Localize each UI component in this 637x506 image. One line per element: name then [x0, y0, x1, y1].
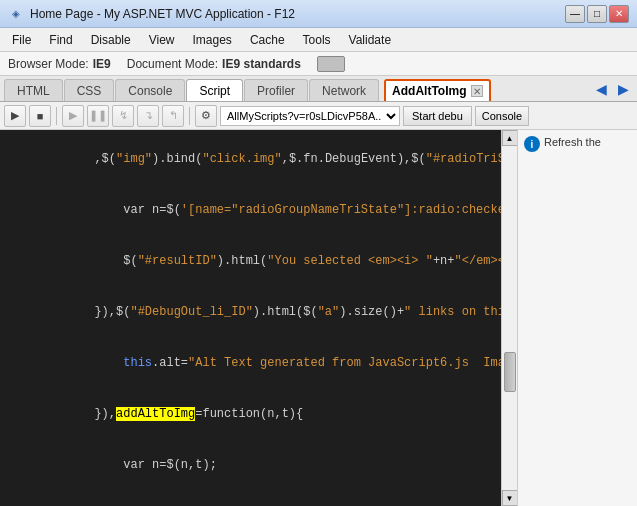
tab-script[interactable]: Script: [186, 79, 243, 101]
step-out-btn[interactable]: ↰: [162, 105, 184, 127]
maximize-button[interactable]: □: [587, 5, 607, 23]
info-panel: i Refresh the: [517, 130, 637, 506]
search-tab-close[interactable]: ✕: [471, 85, 483, 97]
tab-css[interactable]: CSS: [64, 79, 115, 101]
code-line-3: $("#resultID").html("You selected <em><i…: [0, 236, 501, 287]
app-icon: ◈: [8, 6, 24, 22]
window-controls: — □ ✕: [565, 5, 629, 23]
tab-profiler[interactable]: Profiler: [244, 79, 308, 101]
mode-bar: Browser Mode: IE9 Document Mode: IE9 sta…: [0, 52, 637, 76]
code-wrapper: ,$("img").bind("click.img",$.fn.DebugEve…: [0, 130, 517, 506]
start-debug-button[interactable]: Start debu: [403, 106, 472, 126]
tab-console[interactable]: Console: [115, 79, 185, 101]
title-bar: ◈ Home Page - My ASP.NET MVC Application…: [0, 0, 637, 28]
console-button[interactable]: Console: [475, 106, 529, 126]
menu-view[interactable]: View: [141, 31, 183, 49]
scrollbar-thumb[interactable]: [504, 352, 516, 392]
script-selector[interactable]: AllMyScripts?v=r0sLDicvP58A...: [220, 106, 400, 126]
window-title: Home Page - My ASP.NET MVC Application -…: [30, 7, 295, 21]
menu-file[interactable]: File: [4, 31, 39, 49]
code-line-1: ,$("img").bind("click.img",$.fn.DebugEve…: [0, 134, 501, 185]
search-tab-text: AddAltToImg: [392, 84, 466, 98]
info-icon: i: [524, 136, 540, 152]
menu-validate[interactable]: Validate: [341, 31, 399, 49]
tab-html[interactable]: HTML: [4, 79, 63, 101]
code-line-7-text: var n=$(n,t);: [0, 440, 217, 491]
toolbar: ▶ ■ ▶ ❚❚ ↯ ↴ ↰ ⚙ AllMyScripts?v=r0sLDicv…: [0, 102, 637, 130]
separator-2: [189, 107, 190, 125]
code-line-7: var n=$(n,t);: [0, 440, 501, 491]
code-line-2: var n=$('[name="radioGroupNameTriState"]…: [0, 185, 501, 236]
code-line-4-text: }),$("#DebugOut_li_ID").html($("a").size…: [0, 287, 501, 338]
nav-back-icon[interactable]: ◀: [591, 79, 611, 99]
search-tab[interactable]: AddAltToImg ✕: [384, 79, 490, 101]
refresh-text: Refresh the: [544, 136, 601, 148]
code-line-6: }),addAltToImg=function(n,t){: [0, 389, 501, 440]
menu-tools[interactable]: Tools: [295, 31, 339, 49]
vertical-scrollbar[interactable]: ▲ ▼: [501, 130, 517, 506]
menu-disable[interactable]: Disable: [83, 31, 139, 49]
tab-bar: HTML CSS Console Script Profiler Network…: [0, 76, 637, 102]
settings-btn[interactable]: ⚙: [195, 105, 217, 127]
scroll-up-btn[interactable]: ▲: [502, 130, 518, 146]
pointer-tool[interactable]: ▶: [4, 105, 26, 127]
mode-toggle[interactable]: [317, 56, 345, 72]
minimize-button[interactable]: —: [565, 5, 585, 23]
code-line-3-text: $("#resultID").html("You selected <em><i…: [0, 236, 501, 287]
info-row: i Refresh the: [524, 136, 631, 152]
code-line-8: i.attr("alt",i.attr("id").replace(/ID/,"…: [0, 491, 501, 506]
pause-btn[interactable]: ❚❚: [87, 105, 109, 127]
code-line-5-text: this.alt="Alt Text generated from JavaSc…: [0, 338, 501, 389]
code-line-5: this.alt="Alt Text generated from JavaSc…: [0, 338, 501, 389]
step-over-btn[interactable]: ↯: [112, 105, 134, 127]
tab-nav: ◀ ▶: [591, 79, 633, 101]
menu-find[interactable]: Find: [41, 31, 80, 49]
step-into-btn[interactable]: ↴: [137, 105, 159, 127]
scrollbar-track[interactable]: [502, 146, 517, 490]
tab-network[interactable]: Network: [309, 79, 379, 101]
play-btn[interactable]: ▶: [62, 105, 84, 127]
menu-images[interactable]: Images: [185, 31, 240, 49]
code-line-2-text: var n=$('[name="radioGroupNameTriState"]…: [0, 185, 501, 236]
browser-mode-value: IE9: [93, 57, 111, 71]
code-area[interactable]: ,$("img").bind("click.img",$.fn.DebugEve…: [0, 130, 501, 506]
code-line-8-text: i.attr("alt",i.attr("id").replace(/ID/,"…: [0, 491, 433, 506]
code-line-6-text: }),addAltToImg=function(n,t){: [0, 389, 303, 440]
nav-forward-icon[interactable]: ▶: [613, 79, 633, 99]
scroll-down-btn[interactable]: ▼: [502, 490, 518, 506]
close-button[interactable]: ✕: [609, 5, 629, 23]
doc-mode-label: Document Mode:: [127, 57, 218, 71]
separator-1: [56, 107, 57, 125]
code-line-4: }),$("#DebugOut_li_ID").html($("a").size…: [0, 287, 501, 338]
main-content: ,$("img").bind("click.img",$.fn.DebugEve…: [0, 130, 637, 506]
menu-bar: File Find Disable View Images Cache Tool…: [0, 28, 637, 52]
code-content: ,$("img").bind("click.img",$.fn.DebugEve…: [0, 130, 501, 506]
break-tool[interactable]: ■: [29, 105, 51, 127]
doc-mode-value: IE9 standards: [222, 57, 301, 71]
code-line-1-text: ,$("img").bind("click.img",$.fn.DebugEve…: [0, 134, 501, 185]
menu-cache[interactable]: Cache: [242, 31, 293, 49]
browser-mode-label: Browser Mode:: [8, 57, 89, 71]
